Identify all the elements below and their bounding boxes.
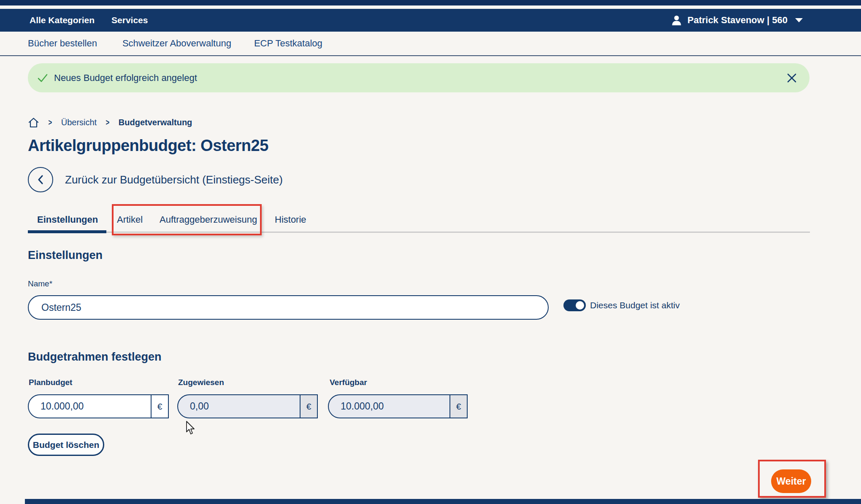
home-icon[interactable] bbox=[28, 117, 39, 128]
toggle-knob bbox=[576, 301, 584, 310]
user-name-label: Patrick Stavenow | 560 bbox=[688, 15, 788, 26]
alert-message: Neues Budget erfolgreich angelegt bbox=[54, 73, 197, 84]
back-link-label: Zurück zur Budgetübersicht (Einstiegs-Se… bbox=[65, 173, 283, 186]
euro-suffix: € bbox=[300, 395, 317, 418]
subnav-ecp-testkatalog[interactable]: ECP Testkatalog bbox=[254, 38, 322, 49]
nav-services[interactable]: Services bbox=[111, 15, 148, 25]
page-title: Artikelgruppenbudget: Ostern25 bbox=[28, 137, 268, 155]
name-field-label: Name* bbox=[28, 279, 52, 288]
planbudget-value[interactable]: 10.000,00 bbox=[29, 395, 151, 418]
breadcrumb-separator-icon: > bbox=[106, 118, 110, 127]
back-to-overview-button[interactable]: Zurück zur Budgetübersicht (Einstiegs-Se… bbox=[28, 167, 283, 193]
zugewiesen-input: 0,00 € bbox=[177, 394, 318, 418]
breadcrumb-budgetverwaltung: Budgetverwaltung bbox=[119, 118, 192, 127]
annotation-box-next bbox=[758, 460, 826, 498]
verfuegbar-input: 10.000,00 € bbox=[328, 394, 468, 418]
active-tab-indicator bbox=[28, 230, 106, 233]
budget-frame-heading: Budgetrahmen festlegen bbox=[28, 350, 162, 364]
check-icon bbox=[36, 72, 49, 84]
chevron-down-icon bbox=[795, 18, 803, 22]
zugewiesen-value: 0,00 bbox=[178, 395, 300, 418]
chevron-left-icon bbox=[36, 175, 45, 185]
planbudget-label: Planbudget bbox=[29, 378, 72, 387]
name-input[interactable] bbox=[28, 295, 549, 320]
budget-active-toggle[interactable] bbox=[563, 299, 586, 311]
footer-bar bbox=[25, 499, 861, 504]
close-icon[interactable] bbox=[786, 72, 798, 84]
main-navbar: Alle Kategorien Services Patrick Staveno… bbox=[0, 9, 861, 32]
mouse-cursor bbox=[186, 421, 197, 435]
verfuegbar-value: 10.000,00 bbox=[329, 395, 449, 418]
annotation-box-tabs bbox=[112, 204, 262, 235]
verfuegbar-label: Verfügbar bbox=[330, 378, 367, 387]
zugewiesen-label: Zugewiesen bbox=[178, 378, 224, 387]
success-alert: Neues Budget erfolgreich angelegt bbox=[28, 63, 810, 92]
euro-suffix: € bbox=[449, 395, 467, 418]
nav-all-categories[interactable]: Alle Kategorien bbox=[30, 15, 95, 25]
secondary-navbar: Bücher bestellen Schweitzer Aboverwaltun… bbox=[0, 32, 861, 56]
subnav-buecher-bestellen[interactable]: Bücher bestellen bbox=[28, 38, 97, 49]
tab-historie[interactable]: Historie bbox=[275, 214, 306, 225]
back-circle-button[interactable] bbox=[28, 167, 53, 192]
breadcrumb-uebersicht[interactable]: Übersicht bbox=[61, 118, 97, 127]
planbudget-input[interactable]: 10.000,00 € bbox=[28, 394, 169, 418]
breadcrumb: > Übersicht > Budgetverwaltung bbox=[28, 116, 192, 129]
user-menu[interactable]: Patrick Stavenow | 560 bbox=[671, 9, 803, 32]
tab-einstellungen[interactable]: Einstellungen bbox=[37, 214, 98, 225]
euro-suffix: € bbox=[151, 395, 168, 418]
settings-heading: Einstellungen bbox=[28, 249, 103, 262]
budget-active-toggle-label: Dieses Budget ist aktiv bbox=[590, 300, 680, 310]
breadcrumb-separator-icon: > bbox=[48, 118, 52, 127]
top-accent-bar bbox=[0, 0, 861, 5]
delete-budget-button[interactable]: Budget löschen bbox=[28, 434, 104, 456]
user-icon bbox=[671, 14, 682, 26]
subnav-schweitzer-aboverwaltung[interactable]: Schweitzer Aboverwaltung bbox=[122, 38, 231, 49]
